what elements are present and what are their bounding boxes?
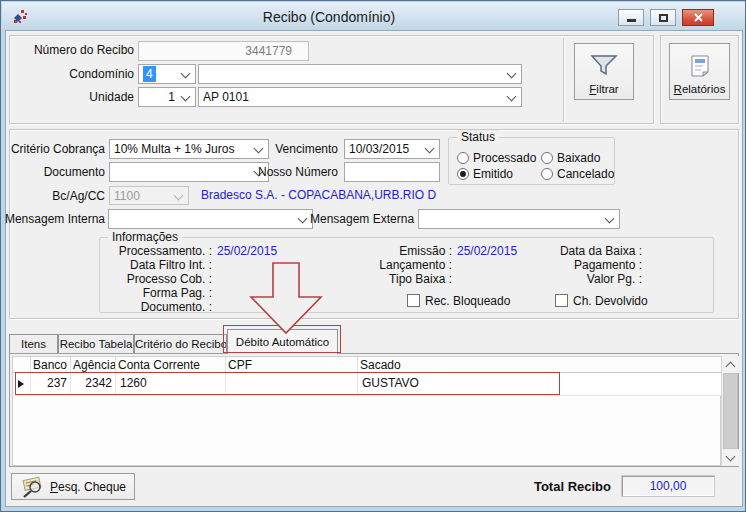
documento-label: Documento [3,165,105,179]
info-label: Valor Pg. : [512,272,642,286]
relatorios-button[interactable]: Relatórios [669,43,730,100]
chevron-up-icon [726,361,736,371]
column-header-sacado[interactable]: Sacado [358,357,722,373]
info-label: Data Filtro Int. : [102,258,212,272]
pesq-cheque-label: Pesq. Cheque [50,480,126,494]
minimize-icon [627,19,636,22]
report-document-icon [688,54,712,78]
filtrar-button[interactable]: Filtrar [574,43,634,100]
minimize-button[interactable] [618,9,644,26]
cell-conta-corrente: 1260 [116,373,226,395]
scroll-down-button[interactable] [722,449,739,466]
maximize-button[interactable] [650,9,676,26]
radio-processado[interactable] [457,152,469,164]
documento-combo[interactable] [109,162,269,182]
bcagcc-value: 1100 [114,189,140,203]
mensagem-externa-label: Mensagem Externa [310,212,413,226]
chevron-down-icon [174,191,184,201]
window-title: Recibo (Condomínio) [32,9,626,25]
radio-cancelado[interactable] [541,168,553,180]
tab-recibo-tabela[interactable]: Recibo Tabela [58,334,134,353]
vencimento-combo[interactable]: 10/03/2015 [344,139,440,159]
mensagem-externa-combo[interactable] [418,209,620,229]
total-recibo-field: 100,00 [621,475,715,497]
radio-baixado[interactable] [541,152,553,164]
ch-devolvido-label: Ch. Devolvido [573,294,648,308]
info-label: Forma Pag. : [102,286,212,300]
status-group: Status Processado Baixado Emitido Cancel… [448,137,615,185]
unidade-name-value: AP 0101 [203,90,249,104]
info-label: Documento. : [102,300,212,314]
radio-emitido[interactable] [457,168,469,180]
grid-corner-cell [13,357,31,373]
radio-emitido-label: Emitido [473,167,513,181]
cell-sacado: GUSTAVO [358,373,722,395]
tab-itens[interactable]: Itens [9,334,58,353]
ch-devolvido-checkbox[interactable] [555,294,568,307]
chevron-down-icon [507,92,517,102]
info-label: Lançamento : [322,258,452,272]
condominio-name-combo[interactable] [198,64,522,84]
column-header-agencia[interactable]: Agência [71,357,116,373]
info-label: Tipo Baixa : [322,272,452,286]
pesq-cheque-button[interactable]: Pesq. Cheque [11,473,135,500]
condominio-code-combo[interactable]: 4 [138,64,196,84]
condominio-code-value: 4 [143,66,156,82]
tab-criterio-do-recibo[interactable]: Critério do Recibo [134,334,227,353]
column-header-cpf[interactable]: CPF [226,357,358,373]
info-label: Emissão : [322,244,452,258]
row-marker-icon [18,380,24,388]
chevron-down-icon [605,214,615,224]
chevron-down-icon [726,452,736,462]
header-divider [563,38,564,121]
info-label: Processamento. : [102,244,212,258]
bcagcc-combo[interactable]: 1100 [109,186,189,205]
informacoes-title: Informações [108,230,182,244]
scroll-up-button[interactable] [722,356,739,373]
info-label: Processo Cob. : [102,272,212,286]
info-value: 25/02/2015 [217,244,327,258]
table-row[interactable]: 237 2342 1260 GUSTAVO [13,373,722,396]
debito-grid: Banco Agência Conta Corrente CPF Sacado … [12,356,721,466]
radio-processado-label: Processado [473,151,536,165]
criterio-cobranca-label: Critério Cobrança [3,142,105,156]
numero-recibo-label: Número do Recibo [9,43,134,57]
scrollbar-thumb[interactable] [723,373,738,449]
column-header-conta-corrente[interactable]: Conta Corrente [116,357,226,373]
relatorios-label: Relatórios [674,83,726,95]
bcagcc-label: Bc/Ag/CC [3,189,105,203]
condominio-label: Condomínio [9,67,134,81]
status-group-title: Status [457,130,499,144]
numero-recibo-field[interactable]: 3441779 [138,41,309,61]
criterio-cobranca-combo[interactable]: 10% Multa + 1% Juros [109,139,269,159]
unidade-code-value: 1 [168,90,175,104]
cell-banco: 237 [31,373,71,395]
magnifier-cheque-icon [20,476,44,498]
debito-automatico-panel: Banco Agência Conta Corrente CPF Sacado … [9,353,739,467]
nosso-numero-field[interactable] [344,162,440,182]
close-button[interactable] [682,9,714,26]
informacoes-group: Informações Processamento. : 25/02/2015 … [99,237,714,313]
grid-vertical-scrollbar[interactable] [721,356,738,466]
unidade-code-combo[interactable]: 1 [138,87,196,107]
vencimento-value: 10/03/2015 [349,142,409,156]
radio-baixado-label: Baixado [557,151,600,165]
recibo-window: Recibo (Condomínio) Número do Recibo 344… [0,0,746,512]
chevron-down-icon [425,144,435,154]
mensagem-interna-combo[interactable] [108,209,313,229]
unidade-name-combo[interactable]: AP 0101 [198,87,522,107]
nosso-numero-label: Nosso Número [251,165,338,179]
banco-descricao: Bradesco S.A. - COPACABANA,URB.RIO D [201,188,436,202]
rec-bloqueado-checkbox[interactable] [407,294,420,307]
app-icon [11,8,29,26]
chevron-down-icon [181,69,191,79]
cell-agencia: 2342 [71,373,116,395]
column-header-banco[interactable]: Banco [31,357,71,373]
radio-cancelado-label: Cancelado [557,167,614,181]
chevron-down-icon [181,92,191,102]
chevron-down-icon [254,144,264,154]
info-label: Data da Baixa : [512,244,642,258]
tab-debito-automatico[interactable]: Débito Automático [227,329,338,354]
funnel-icon [590,54,618,78]
close-icon [694,13,703,22]
